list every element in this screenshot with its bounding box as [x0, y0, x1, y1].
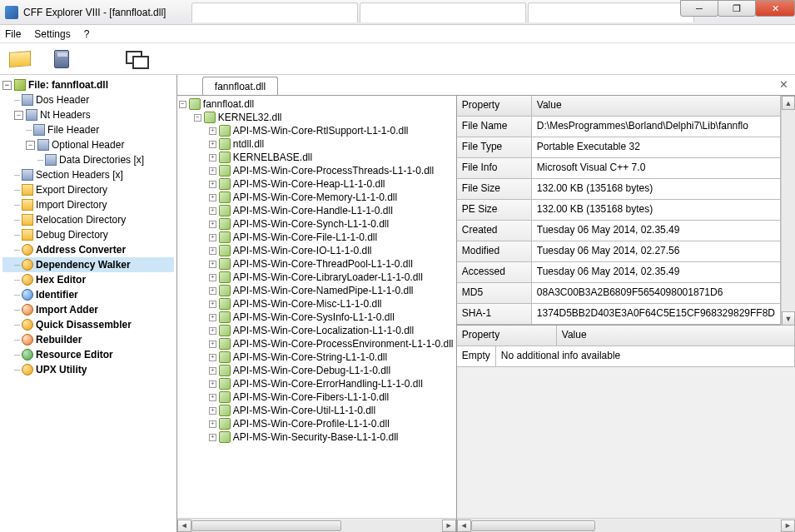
tree-item[interactable]: ─Export Directory: [2, 182, 174, 197]
tree-item[interactable]: ─Resource Editor: [2, 347, 174, 362]
tree-toggle-icon[interactable]: +: [209, 154, 216, 162]
tree-toggle-icon[interactable]: −: [14, 111, 23, 120]
tree-item[interactable]: ─Address Converter: [2, 242, 174, 257]
property-row[interactable]: File Size132.00 KB (135168 bytes): [457, 179, 781, 200]
tree-toggle-icon[interactable]: +: [209, 207, 216, 215]
dependency-item[interactable]: +API-MS-Win-Core-Localization-L1-1-0.dll: [179, 324, 455, 337]
dependency-item[interactable]: +API-MS-Win-Core-IO-L1-1-0.dll: [179, 244, 455, 257]
tree-toggle-icon[interactable]: +: [209, 247, 216, 255]
col-property[interactable]: Property: [457, 326, 557, 346]
dependency-item[interactable]: +API-MS-Win-Core-Misc-L1-1-0.dll: [179, 297, 455, 311]
scroll-left-icon[interactable]: ◄: [457, 520, 471, 532]
tree-toggle-icon[interactable]: +: [209, 420, 216, 428]
dependency-item[interactable]: +API-MS-Win-Core-ThreadPool-L1-1-0.dll: [179, 257, 455, 271]
tree-toggle-icon[interactable]: −: [2, 81, 12, 90]
dependency-item[interactable]: +API-MS-Win-Core-Memory-L1-1-0.dll: [179, 191, 455, 204]
property-row[interactable]: AccessedTuesday 06 May 2014, 02.35.49: [457, 262, 781, 283]
document-tab[interactable]: fannfloat.dll: [202, 77, 278, 95]
close-button[interactable]: ✕: [755, 0, 795, 17]
tree-toggle-icon[interactable]: +: [209, 127, 216, 135]
dependency-item[interactable]: +API-MS-Win-Core-File-L1-1-0.dll: [179, 231, 455, 244]
tree-toggle-icon[interactable]: +: [209, 167, 216, 175]
vertical-scrollbar[interactable]: ▲ ▼: [781, 96, 795, 326]
tree-item[interactable]: ─File Header: [2, 122, 174, 137]
tree-toggle-icon[interactable]: +: [209, 181, 216, 188]
property-row[interactable]: CreatedTuesday 06 May 2014, 02.35.49: [457, 221, 781, 241]
tree-toggle-icon[interactable]: +: [209, 141, 216, 148]
tree-toggle-icon[interactable]: +: [209, 341, 216, 348]
dependency-item[interactable]: +API-MS-Win-Core-RtlSupport-L1-1-0.dll: [179, 124, 455, 137]
dependency-item[interactable]: +API-MS-Win-Core-String-L1-1-0.dll: [179, 351, 455, 364]
property-row[interactable]: File NameD:\MesProgrammes\Borland\Delphi…: [457, 117, 781, 137]
tree-toggle-icon[interactable]: −: [26, 141, 35, 150]
tree-toggle-icon[interactable]: +: [209, 354, 216, 361]
col-value[interactable]: Value: [557, 326, 795, 346]
dependency-item[interactable]: +API-MS-Win-Core-Fibers-L1-1-0.dll: [179, 390, 455, 404]
tree-item[interactable]: ─Quick Disassembler: [2, 317, 174, 332]
dependency-item[interactable]: +API-MS-Win-Core-Debug-L1-1-0.dll: [179, 364, 455, 377]
tree-toggle-icon[interactable]: −: [179, 101, 186, 108]
property-row[interactable]: MD508A3C00B3A2B6809F5654098001871D6: [457, 283, 781, 304]
dependency-item[interactable]: +API-MS-Win-Security-Base-L1-1-0.dll: [179, 430, 455, 444]
scroll-left-icon[interactable]: ◄: [177, 520, 191, 532]
tree-item[interactable]: ─Hex Editor: [2, 272, 174, 287]
tree-toggle-icon[interactable]: +: [209, 234, 216, 241]
property-row[interactable]: SHA-11374D5BB2D403E3A0F64C5E15CF96832982…: [457, 304, 781, 325]
tree-item[interactable]: ─Relocation Directory: [2, 212, 174, 227]
horizontal-scrollbar[interactable]: ◄ ►: [177, 518, 456, 532]
minimize-button[interactable]: ─: [680, 0, 718, 17]
tree-item[interactable]: −Optional Header: [2, 137, 174, 152]
horizontal-scrollbar[interactable]: ◄ ►: [457, 518, 795, 532]
tree-item[interactable]: ─Import Directory: [2, 197, 174, 212]
save-icon[interactable]: [50, 47, 73, 71]
menu-settings[interactable]: Settings: [34, 28, 70, 40]
tree-toggle-icon[interactable]: +: [209, 407, 216, 415]
dependency-item[interactable]: −KERNEL32.dll: [179, 111, 455, 124]
tree-item[interactable]: ─Identifier: [2, 287, 174, 302]
tree-item[interactable]: ─Section Headers [x]: [2, 167, 174, 182]
tree-item[interactable]: ─Debug Directory: [2, 227, 174, 242]
tab-close-icon[interactable]: ✕: [779, 78, 788, 91]
dependency-item[interactable]: +API-MS-Win-Core-ProcessThreads-L1-1-0.d…: [179, 164, 455, 177]
tree-item[interactable]: −Nt Headers: [2, 107, 174, 122]
dependency-item[interactable]: +API-MS-Win-Core-Handle-L1-1-0.dll: [179, 204, 455, 217]
dependency-item[interactable]: +API-MS-Win-Core-Profile-L1-1-0.dll: [179, 417, 455, 430]
menu-help[interactable]: ?: [84, 28, 90, 40]
dependency-item[interactable]: +API-MS-Win-Core-Synch-L1-1-0.dll: [179, 217, 455, 231]
col-value[interactable]: Value: [532, 96, 781, 117]
col-property[interactable]: Property: [457, 96, 532, 117]
dependency-item[interactable]: +API-MS-Win-Core-ProcessEnvironment-L1-1…: [179, 337, 455, 351]
tree-toggle-icon[interactable]: +: [209, 314, 216, 321]
scroll-right-icon[interactable]: ►: [442, 520, 456, 532]
tree-item[interactable]: ─Dos Header: [2, 92, 174, 107]
tree-toggle-icon[interactable]: +: [209, 394, 216, 401]
tree-toggle-icon[interactable]: +: [209, 287, 216, 295]
dependency-item[interactable]: +KERNELBASE.dll: [179, 151, 455, 164]
tree-item[interactable]: ─UPX Utility: [2, 362, 174, 377]
tree-toggle-icon[interactable]: −: [194, 114, 201, 122]
tree-toggle-icon[interactable]: +: [209, 380, 216, 388]
maximize-button[interactable]: ❐: [718, 0, 756, 17]
menu-file[interactable]: File: [5, 28, 21, 40]
dependency-item[interactable]: +API-MS-Win-Core-SysInfo-L1-1-0.dll: [179, 311, 455, 324]
dependency-item[interactable]: +API-MS-Win-Core-ErrorHandling-L1-1-0.dl…: [179, 377, 455, 390]
tree-item[interactable]: ─Dependency Walker: [2, 257, 174, 272]
tree-item[interactable]: ─Rebuilder: [2, 332, 174, 347]
property-row[interactable]: PE Size132.00 KB (135168 bytes): [457, 200, 781, 221]
dependency-item[interactable]: +API-MS-Win-Core-LibraryLoader-L1-1-0.dl…: [179, 271, 455, 284]
scroll-down-icon[interactable]: ▼: [782, 311, 795, 326]
tree-toggle-icon[interactable]: +: [209, 194, 216, 201]
tree-toggle-icon[interactable]: +: [209, 261, 216, 268]
tree-toggle-icon[interactable]: +: [209, 301, 216, 308]
tree-toggle-icon[interactable]: +: [209, 221, 216, 228]
dependency-item[interactable]: +API-MS-Win-Core-NamedPipe-L1-1-0.dll: [179, 284, 455, 297]
property-row[interactable]: File InfoMicrosoft Visual C++ 7.0: [457, 158, 781, 179]
dependency-item[interactable]: −fannfloat.dll: [179, 97, 455, 111]
dependency-item[interactable]: +API-MS-Win-Core-Heap-L1-1-0.dll: [179, 177, 455, 191]
tree-toggle-icon[interactable]: +: [209, 434, 216, 441]
scroll-up-icon[interactable]: ▲: [782, 96, 795, 110]
tree-item[interactable]: −File: fannfloat.dll: [2, 77, 174, 92]
scroll-right-icon[interactable]: ►: [781, 520, 795, 532]
dependency-item[interactable]: +API-MS-Win-Core-Util-L1-1-0.dll: [179, 404, 455, 417]
open-file-icon[interactable]: [8, 47, 32, 71]
